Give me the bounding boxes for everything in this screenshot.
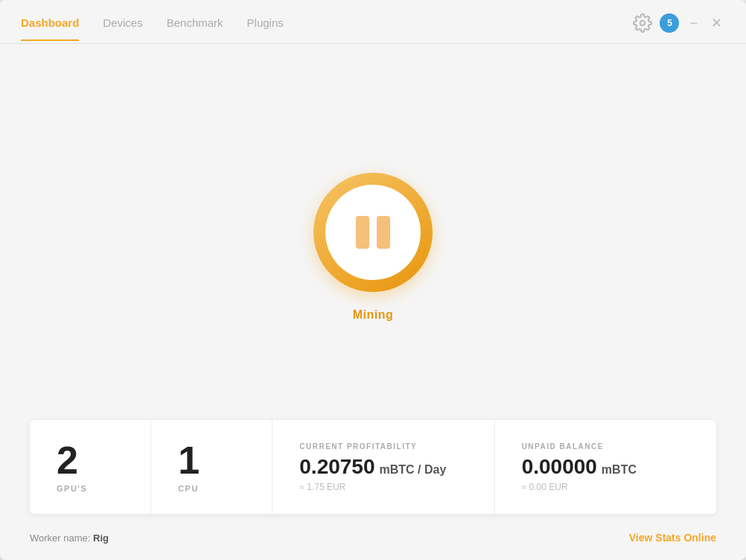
mining-area: Mining [313,44,433,420]
profitability-eur: ≈ 1.75 EUR [299,482,467,492]
balance-title: UNPAID BALANCE [522,442,689,451]
window-controls: 5 − ✕ [633,13,725,43]
tab-benchmark[interactable]: Benchmark [167,16,223,41]
mining-status-label: Mining [353,308,394,322]
gpu-count: 2 [57,441,78,480]
profitability-cell: CURRENT PROFITABILITY 0.20750 mBTC / Day… [272,420,494,514]
minimize-button[interactable]: − [686,15,701,31]
nav-tabs: Dashboard Devices Benchmark Plugins [21,16,633,41]
worker-prefix: Worker name: [30,532,93,544]
tab-plugins[interactable]: Plugins [247,16,284,41]
view-stats-link[interactable]: View Stats Online [629,532,716,544]
cpu-label: CPU [178,484,199,493]
profitability-unit: mBTC / Day [380,463,447,477]
gpu-stat-cell: 2 GPU'S [30,420,151,514]
tab-dashboard[interactable]: Dashboard [21,16,79,41]
pause-button-inner [325,185,421,280]
footer: Worker name: Rig View Stats Online [0,532,746,560]
cpu-count: 1 [178,441,200,480]
notification-badge[interactable]: 5 [660,13,679,33]
app-window: Dashboard Devices Benchmark Plugins 5 − … [0,0,746,560]
worker-name-value: Rig [93,532,109,544]
balance-unit: mBTC [602,463,637,477]
gear-icon[interactable] [633,13,652,33]
gpu-label: GPU'S [57,484,87,493]
worker-name-display: Worker name: Rig [30,532,109,544]
balance-value: 0.00000 [522,456,597,477]
close-button[interactable]: ✕ [708,15,725,31]
svg-point-0 [640,21,645,26]
profitability-title: CURRENT PROFITABILITY [299,442,467,451]
balance-eur: ≈ 0.00 EUR [522,482,689,492]
pause-bar-right [377,216,390,249]
stats-card: 2 GPU'S 1 CPU CURRENT PROFITABILITY 0.20… [30,420,716,514]
pause-bar-left [356,216,369,249]
balance-cell: UNPAID BALANCE 0.00000 mBTC ≈ 0.00 EUR [495,420,716,514]
main-content: Mining 2 GPU'S 1 CPU CURRENT PROFITABILI… [0,44,746,532]
profitability-value: 0.20750 [299,456,374,477]
pause-icon [356,216,390,249]
mining-pause-button[interactable] [313,173,433,292]
tab-devices[interactable]: Devices [103,16,142,41]
title-bar: Dashboard Devices Benchmark Plugins 5 − … [0,0,746,43]
cpu-stat-cell: 1 CPU [151,420,272,514]
